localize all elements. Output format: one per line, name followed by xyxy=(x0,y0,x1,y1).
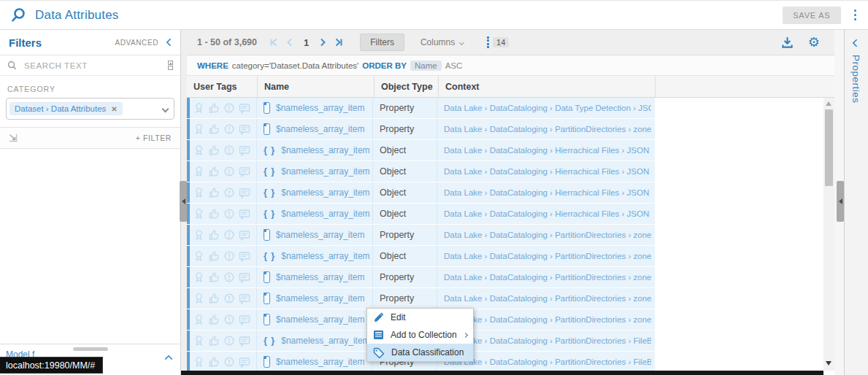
award-icon[interactable] xyxy=(193,314,204,325)
prev-page-icon[interactable] xyxy=(285,37,295,47)
alert-icon[interactable] xyxy=(223,229,235,241)
award-icon[interactable] xyxy=(193,123,204,135)
table-row[interactable]: { }$nameless_array_itemObjectData Lake ›… xyxy=(187,182,655,203)
thumbs-up-icon[interactable] xyxy=(208,187,220,198)
alert-icon[interactable] xyxy=(223,208,235,220)
thumbs-up-icon[interactable] xyxy=(208,208,220,220)
context-cell[interactable]: Data Lake › DataCataloging › PartitionDi… xyxy=(437,119,651,139)
alert-icon[interactable] xyxy=(223,187,235,198)
column-header-context[interactable]: Context xyxy=(438,76,655,98)
properties-tab[interactable]: Properties xyxy=(850,55,861,104)
table-row[interactable]: $nameless_array_itemPropertyData Lake › … xyxy=(187,288,655,309)
comment-icon[interactable] xyxy=(239,188,250,198)
award-icon[interactable] xyxy=(193,102,204,114)
comment-icon[interactable] xyxy=(239,124,250,135)
context-cell[interactable]: Data Lake › DataCataloging › Hierrachica… xyxy=(437,161,651,182)
alert-icon[interactable] xyxy=(223,123,235,135)
alert-icon[interactable] xyxy=(223,102,235,114)
scroll-up-icon[interactable] xyxy=(826,101,831,106)
alert-icon[interactable] xyxy=(223,144,235,156)
columns-dropdown[interactable]: Columns xyxy=(416,34,468,50)
alert-icon[interactable] xyxy=(223,356,235,368)
filters-toggle-button[interactable]: Filters xyxy=(360,34,404,51)
asset-name-link[interactable]: $nameless_array_item xyxy=(281,145,369,155)
comment-icon[interactable] xyxy=(239,230,250,241)
comment-icon[interactable] xyxy=(239,272,250,283)
add-filter-button[interactable]: + FILTER xyxy=(136,134,172,142)
award-icon[interactable] xyxy=(193,271,204,283)
thumbs-up-icon[interactable] xyxy=(208,229,220,241)
thumbs-up-icon[interactable] xyxy=(208,314,220,325)
scroll-down-icon[interactable] xyxy=(826,361,831,366)
order-field-chip[interactable]: Name xyxy=(410,61,442,71)
table-row[interactable]: { }$nameless_array_itemObjectData Lake ›… xyxy=(187,140,655,161)
menu-item-add-to-collection[interactable]: Add to Collection xyxy=(367,326,473,344)
right-splitter-handle[interactable] xyxy=(837,181,844,222)
collapse-filters-icon[interactable] xyxy=(166,38,174,46)
comment-icon[interactable] xyxy=(239,336,250,347)
download-icon[interactable] xyxy=(781,36,794,49)
gear-icon[interactable]: ⚙ xyxy=(808,36,820,49)
thumbs-up-icon[interactable] xyxy=(208,166,220,177)
alert-icon[interactable] xyxy=(223,250,235,262)
asset-name-link[interactable]: $nameless_array_item xyxy=(276,272,364,282)
next-page-icon[interactable] xyxy=(318,37,328,47)
search-options-icon[interactable] xyxy=(168,61,173,70)
alert-icon[interactable] xyxy=(223,271,235,283)
thumbs-up-icon[interactable] xyxy=(208,102,220,114)
thumbs-up-icon[interactable] xyxy=(208,356,220,368)
comment-icon[interactable] xyxy=(239,103,250,114)
context-cell[interactable]: Data Lake › DataCataloging › PartitionDi… xyxy=(437,288,651,309)
alert-icon[interactable] xyxy=(223,166,235,177)
award-icon[interactable] xyxy=(193,293,204,304)
asset-name-link[interactable]: $nameless_array_item xyxy=(276,124,364,134)
asset-name-link[interactable]: $nameless_array_item xyxy=(276,314,364,325)
table-row[interactable]: { }$nameless_array_itemObjectData Lake ›… xyxy=(187,204,655,224)
award-icon[interactable] xyxy=(193,187,204,198)
thumbs-up-icon[interactable] xyxy=(208,335,220,347)
context-cell[interactable]: Data Lake › DataCataloging › Data Type D… xyxy=(437,98,651,118)
horizontal-scrollbar-thumb[interactable] xyxy=(73,347,108,351)
comment-icon[interactable] xyxy=(239,209,250,220)
comment-icon[interactable] xyxy=(239,357,250,368)
save-as-button[interactable]: SAVE AS xyxy=(783,7,840,24)
collapse-bottom-icon[interactable] xyxy=(164,355,172,363)
search-text-input[interactable] xyxy=(23,61,168,71)
comment-icon[interactable] xyxy=(239,251,250,262)
alert-icon[interactable] xyxy=(223,335,235,347)
context-cell[interactable]: Data Lake › DataCataloging › PartitionDi… xyxy=(437,225,651,245)
context-cell[interactable]: Data Lake › DataCataloging › Hierrachica… xyxy=(437,140,651,161)
comment-icon[interactable] xyxy=(239,145,250,156)
advanced-link[interactable]: ADVANCED xyxy=(115,39,158,47)
menu-item-data-classification[interactable]: Data Classification xyxy=(367,344,473,361)
table-row[interactable]: $nameless_array_itemPropertyData Lake › … xyxy=(187,267,655,287)
award-icon[interactable] xyxy=(193,144,204,156)
context-cell[interactable]: Data Lake › DataCataloging › PartitionDi… xyxy=(437,267,651,287)
table-row[interactable]: $nameless_array_itemPropertyData Lake › … xyxy=(187,119,655,139)
kebab-menu-icon[interactable] xyxy=(851,8,860,23)
asset-name-link[interactable]: $nameless_array_item xyxy=(276,230,364,240)
thumbs-up-icon[interactable] xyxy=(208,271,220,283)
vertical-scrollbar[interactable] xyxy=(823,98,834,371)
category-chip[interactable]: Dataset › Data Attributes ✕ xyxy=(9,102,123,115)
expand-corner-icon[interactable]: ⇲ xyxy=(9,133,18,143)
comment-icon[interactable] xyxy=(239,166,250,177)
context-cell[interactable]: Data Lake › DataCataloging › Hierrachica… xyxy=(437,204,651,224)
context-cell[interactable]: Data Lake › DataCataloging › Hierrachica… xyxy=(437,182,651,203)
asset-name-link[interactable]: $nameless_array_item xyxy=(281,251,369,261)
left-splitter-handle[interactable] xyxy=(180,181,187,222)
scrollbar-thumb[interactable] xyxy=(825,109,833,186)
award-icon[interactable] xyxy=(193,335,204,347)
column-header-user-tags[interactable]: User Tags xyxy=(187,76,257,98)
table-row[interactable]: { }$nameless_array_itemObjectData Lake ›… xyxy=(187,161,655,182)
column-header-name[interactable]: Name xyxy=(257,76,374,98)
award-icon[interactable] xyxy=(193,166,204,177)
asset-name-link[interactable]: $nameless_array_item xyxy=(276,357,364,367)
table-row[interactable]: { }$nameless_array_itemObjectData Lake ›… xyxy=(187,246,655,266)
asset-name-link[interactable]: $nameless_array_item xyxy=(281,336,369,346)
category-select[interactable]: Dataset › Data Attributes ✕ xyxy=(6,98,174,120)
asset-name-link[interactable]: $nameless_array_item xyxy=(276,293,364,304)
award-icon[interactable] xyxy=(193,356,204,368)
thumbs-up-icon[interactable] xyxy=(208,250,220,262)
selection-menu[interactable]: 14 xyxy=(487,36,509,48)
